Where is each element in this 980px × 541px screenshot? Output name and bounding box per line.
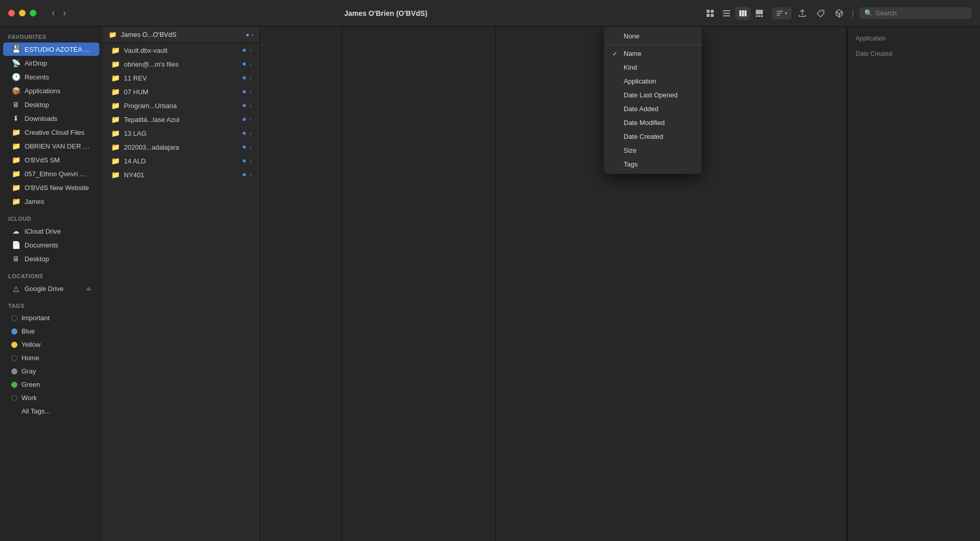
list-item[interactable]: 📁 obrien@...m's files › xyxy=(104,57,258,71)
search-input[interactable] xyxy=(876,9,967,17)
folder-icon: 📁 xyxy=(111,74,120,82)
menu-item-size[interactable]: Size xyxy=(604,143,701,157)
minimize-button[interactable] xyxy=(19,10,26,16)
window-title: James O'Brien (O'BVdS) xyxy=(75,9,696,17)
menu-item-application[interactable]: Application xyxy=(604,74,701,88)
svg-rect-10 xyxy=(756,10,763,14)
menu-label-date-modified: Date Modified xyxy=(624,119,665,127)
sidebar-item-documents[interactable]: 📄 Documents xyxy=(3,238,99,252)
sidebar-item-label: iCloud Drive xyxy=(25,227,61,235)
sidebar-item-label: ESTUDIO AZOTEA Dro... xyxy=(25,46,91,53)
sidebar-item-tag-blue[interactable]: Blue xyxy=(3,325,99,338)
sidebar-item-tag-important[interactable]: Important xyxy=(3,311,99,324)
sidebar-item-tag-all[interactable]: All Tags... xyxy=(3,405,99,418)
list-item[interactable]: 📁 14 ALD › xyxy=(104,154,258,168)
list-item[interactable]: 📁 NY401 › xyxy=(104,168,258,181)
sidebar-item-obvds-sm[interactable]: 📁 O'BVdS SM xyxy=(3,153,99,167)
close-button[interactable] xyxy=(8,10,15,16)
tag-dot-work xyxy=(11,395,17,401)
tag-button[interactable] xyxy=(813,7,828,20)
share-button[interactable] xyxy=(795,7,810,20)
sidebar-item-label: 057_Ethno Qvevri House xyxy=(25,170,91,178)
view-icon-btn[interactable] xyxy=(702,7,718,20)
forward-button[interactable]: › xyxy=(60,6,69,20)
sidebar-item-estudio[interactable]: 💾 ESTUDIO AZOTEA Dro... xyxy=(3,43,99,56)
sidebar-item-google-drive[interactable]: △ Google Drive ⏏ xyxy=(3,282,99,295)
sidebar-item-label: O'BVdS SM xyxy=(25,156,60,164)
menu-label-name: Name xyxy=(624,50,642,57)
sidebar-item-label: O'BVdS New Website xyxy=(25,184,89,192)
tag-dot-gray xyxy=(11,368,17,374)
sort-dropdown-menu: None ✓ Name Kind Application Date Last O… xyxy=(604,27,701,174)
menu-item-tags[interactable]: Tags xyxy=(604,157,701,171)
menu-divider xyxy=(604,45,701,45)
sidebar-item-icloud-drive[interactable]: ☁ iCloud Drive xyxy=(3,224,99,238)
view-gallery-btn[interactable] xyxy=(752,7,767,20)
menu-item-date-modified[interactable]: Date Modified xyxy=(604,116,701,130)
file-arrow: › xyxy=(250,144,251,150)
file-arrow: › xyxy=(250,103,251,109)
titlebar: ‹ › James O'Brien (O'BVdS) ▾ xyxy=(0,0,980,27)
sidebar-item-obrien-van[interactable]: 📁 OBRIEN VAN DER STE... xyxy=(3,139,99,153)
file-arrow: › xyxy=(250,48,251,53)
drive-icon: 💾 xyxy=(11,45,20,53)
list-item[interactable]: 📁 Vault.dbx-vault › xyxy=(104,44,258,57)
sidebar-item-desktop-icloud[interactable]: 🖥 Desktop xyxy=(3,252,99,265)
folder-icon: 📁 xyxy=(111,143,120,151)
fullscreen-button[interactable] xyxy=(30,10,36,16)
eject-icon[interactable]: ⏏ xyxy=(86,285,91,292)
list-item[interactable]: 📁 13 LAG › xyxy=(104,127,258,140)
list-item[interactable]: 📁 Program...Urbana › xyxy=(104,99,258,112)
sidebar-item-tag-work[interactable]: Work xyxy=(3,391,99,404)
check-name: ✓ xyxy=(612,50,620,57)
svg-rect-9 xyxy=(744,10,747,16)
list-item[interactable]: 📁 202003...adalajara › xyxy=(104,140,258,154)
tag-dot-home xyxy=(11,355,17,361)
sidebar-item-tag-home[interactable]: Home xyxy=(3,351,99,364)
sidebar-item-applications[interactable]: 📦 Applications xyxy=(3,84,99,97)
sidebar-item-new-website[interactable]: 📁 O'BVdS New Website xyxy=(3,181,99,194)
list-item[interactable]: 📁 Tepatitá...lase Azul › xyxy=(104,113,258,126)
file-dot xyxy=(243,145,246,149)
folder-icon: 📁 xyxy=(111,115,120,123)
menu-item-date-created[interactable]: Date Created xyxy=(604,130,701,143)
sidebar-item-airdrop[interactable]: 📡 AirDrop xyxy=(3,56,99,70)
folder-icon: 📁 xyxy=(111,60,120,68)
info-item-date-created: Date Created xyxy=(856,50,972,58)
sidebar-section-tags: Tags xyxy=(0,296,102,311)
sidebar-item-tag-yellow[interactable]: Yellow xyxy=(3,338,99,351)
menu-label-none: None xyxy=(624,32,640,40)
sidebar-item-creative-cloud[interactable]: 📁 Creative Cloud Files xyxy=(3,126,99,139)
desktop-icloud-icon: 🖥 xyxy=(11,255,20,263)
toolbar-separator: | xyxy=(850,9,856,18)
file-arrow: › xyxy=(250,172,251,178)
search-icon: 🔍 xyxy=(864,9,872,17)
list-item[interactable]: 📁 11 REV › xyxy=(104,71,258,85)
sidebar-item-downloads[interactable]: ⬇ Downloads xyxy=(3,112,99,125)
sidebar-item-tag-green[interactable]: Green xyxy=(3,378,99,391)
menu-item-none[interactable]: None xyxy=(604,29,701,43)
sidebar-item-desktop[interactable]: 🖥 Desktop xyxy=(3,98,99,111)
file-label: 202003...adalajara xyxy=(124,143,239,151)
list-item[interactable]: 📁 07 HUM › xyxy=(104,85,258,98)
view-list-btn[interactable] xyxy=(719,7,734,20)
sidebar-item-james[interactable]: 📁 James xyxy=(3,195,99,208)
menu-item-name[interactable]: ✓ Name xyxy=(604,47,701,60)
folder-icon: 📁 xyxy=(111,157,120,165)
file-arrow: › xyxy=(250,61,251,67)
folder-icon: 📁 xyxy=(111,171,120,179)
view-columns-btn[interactable] xyxy=(735,7,751,20)
column1-title: James O...O'BVdS xyxy=(121,31,242,38)
sidebar-item-ethno[interactable]: 📁 057_Ethno Qvevri House xyxy=(3,167,99,180)
sort-button[interactable]: ▾ xyxy=(772,7,792,19)
back-button[interactable]: ‹ xyxy=(49,6,58,20)
sort-chevron: ▾ xyxy=(785,11,787,16)
dropbox-button[interactable] xyxy=(832,7,847,20)
sidebar: Favourites 💾 ESTUDIO AZOTEA Dro... 📡 Air… xyxy=(0,27,102,541)
menu-item-date-added[interactable]: Date Added xyxy=(604,102,701,116)
sidebar-item-tag-gray[interactable]: Gray xyxy=(3,365,99,378)
menu-item-kind[interactable]: Kind xyxy=(604,60,701,74)
menu-item-date-last-opened[interactable]: Date Last Opened xyxy=(604,88,701,102)
sidebar-item-recents[interactable]: 🕐 Recents xyxy=(3,70,99,84)
search-bar[interactable]: 🔍 xyxy=(859,7,972,19)
